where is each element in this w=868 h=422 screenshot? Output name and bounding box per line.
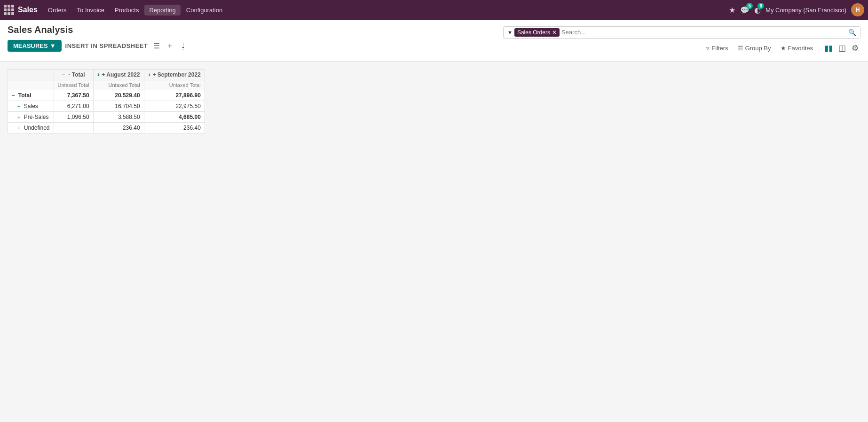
menu-configuration[interactable]: Configuration xyxy=(181,5,227,16)
row-undefined-expand-icon[interactable]: + xyxy=(17,125,20,131)
chat-icon[interactable]: 💬 5 xyxy=(740,6,750,15)
row-total-collapse-icon[interactable]: − xyxy=(12,93,15,98)
view-type-icons: ▮▮ ◫ ⚙ xyxy=(822,42,860,54)
search-tag-label: Sales Orders xyxy=(517,29,550,36)
row-undefined-val-0 xyxy=(54,123,93,133)
empty-corner xyxy=(8,70,54,80)
chart-view-icon[interactable]: ▮▮ xyxy=(822,42,835,54)
top-navigation: Sales Orders To Invoice Products Reporti… xyxy=(0,0,868,20)
insert-spreadsheet-button[interactable]: INSERT IN SPREADSHEET xyxy=(65,42,148,49)
main-content: − - Total + + August 2022 + + September … xyxy=(0,62,868,141)
search-magnify-icon[interactable]: 🔍 xyxy=(848,29,856,36)
row-presales-val-0: 1,096.50 xyxy=(54,112,93,123)
col-header-sep[interactable]: + + September 2022 xyxy=(144,70,205,80)
row-sales-val-0: 6,271.00 xyxy=(54,101,93,112)
app-brand[interactable]: Sales xyxy=(4,5,38,15)
search-input[interactable] xyxy=(561,29,848,36)
aug-expand-icon[interactable]: + xyxy=(97,72,100,78)
row-sales-val-1: 16,704.50 xyxy=(93,101,144,112)
sub-header-total: Untaxed Total xyxy=(54,80,93,90)
row-undefined-val-2: 236.40 xyxy=(144,123,205,133)
user-avatar[interactable]: H xyxy=(851,3,864,16)
row-label-total[interactable]: − Total xyxy=(8,90,54,101)
table-row: + Pre-Sales 1,096.50 3,588.50 4,685.00 xyxy=(8,112,205,123)
star-icon: ★ xyxy=(781,45,786,52)
filter-funnel-icon: ▿ xyxy=(706,45,710,52)
sep-expand-icon[interactable]: + xyxy=(148,72,151,78)
add-icon[interactable]: + xyxy=(166,41,174,51)
main-toolbar: MEASURES ▼ INSERT IN SPREADSHEET ☰ + ⭳ xyxy=(8,40,189,56)
apps-grid-icon[interactable] xyxy=(4,5,14,15)
main-menu: Orders To Invoice Products Reporting Con… xyxy=(43,5,227,16)
row-label-presales[interactable]: + Pre-Sales xyxy=(8,112,54,123)
measures-button[interactable]: MEASURES ▼ xyxy=(8,40,62,52)
search-tag-close-icon[interactable]: ✕ xyxy=(552,29,557,36)
row-sales-expand-icon[interactable]: + xyxy=(17,103,20,109)
row-presales-val-1: 3,588.50 xyxy=(93,112,144,123)
search-box[interactable]: ▼ Sales Orders ✕ 🔍 xyxy=(503,26,860,39)
menu-orders[interactable]: Orders xyxy=(43,5,71,16)
row-total-val-1: 20,529.40 xyxy=(93,90,144,101)
row-sales-val-2: 22,975.50 xyxy=(144,101,205,112)
download-icon[interactable]: ⭳ xyxy=(178,41,189,51)
row-total-val-2: 27,896.90 xyxy=(144,90,205,101)
menu-reporting[interactable]: Reporting xyxy=(144,5,180,16)
page-header: Sales Analysis ▼ Sales Orders ✕ 🔍 MEASUR… xyxy=(0,20,868,62)
row-presales-expand-icon[interactable]: + xyxy=(17,114,20,120)
sub-header-row: Untaxed Total Untaxed Total Untaxed Tota… xyxy=(8,80,205,90)
notification-bell-icon[interactable]: ★ xyxy=(729,6,735,15)
row-presales-val-2: 4,685.00 xyxy=(144,112,205,123)
menu-products[interactable]: Products xyxy=(110,5,143,16)
filters-button[interactable]: ▿ Filters xyxy=(702,43,732,54)
activity-badge: 6 xyxy=(758,3,764,9)
company-name[interactable]: My Company (San Francisco) xyxy=(765,7,846,14)
chat-badge: 5 xyxy=(746,3,753,9)
col-header-aug[interactable]: + + August 2022 xyxy=(93,70,144,80)
pivot-table: − - Total + + August 2022 + + September … xyxy=(8,69,205,133)
empty-sub-corner xyxy=(8,80,54,90)
row-total-val-0: 7,367.50 xyxy=(54,90,93,101)
filter-area: ▿ Filters ☰ Group By ★ Favorites xyxy=(702,43,817,54)
top-right-actions: ★ 💬 5 ◐ 6 My Company (San Francisco) H xyxy=(729,3,864,16)
groupby-icon: ☰ xyxy=(738,45,743,52)
row-undefined-val-1: 236.40 xyxy=(93,123,144,133)
group-by-button[interactable]: ☰ Group By xyxy=(734,43,775,54)
settings-icon[interactable]: ☰ xyxy=(151,40,162,51)
row-label-undefined[interactable]: + Undefined xyxy=(8,123,54,133)
sub-header-aug: Untaxed Total xyxy=(93,80,144,90)
table-row: − Total 7,367.50 20,529.40 27,896.90 xyxy=(8,90,205,101)
row-label-sales[interactable]: + Sales xyxy=(8,101,54,112)
sub-header-sep: Untaxed Total xyxy=(144,80,205,90)
activity-icon[interactable]: ◐ 6 xyxy=(754,6,761,15)
page-title: Sales Analysis xyxy=(8,24,73,35)
table-view-icon[interactable]: ◫ xyxy=(836,42,848,54)
column-header-row: − - Total + + August 2022 + + September … xyxy=(8,70,205,80)
pivot-view-icon[interactable]: ⚙ xyxy=(850,42,860,54)
table-row: + Sales 6,271.00 16,704.50 22,975.50 xyxy=(8,101,205,112)
measures-dropdown-icon: ▼ xyxy=(50,42,56,49)
table-row: + Undefined 236.40 236.40 xyxy=(8,123,205,133)
col-header-total[interactable]: − - Total xyxy=(54,70,93,80)
search-tag-sales-orders[interactable]: Sales Orders ✕ xyxy=(514,28,560,37)
favorites-button[interactable]: ★ Favorites xyxy=(777,43,817,54)
measures-label: MEASURES xyxy=(13,42,48,49)
total-collapse-icon[interactable]: − xyxy=(62,72,65,78)
app-title: Sales xyxy=(18,6,38,14)
menu-to-invoice[interactable]: To Invoice xyxy=(72,5,110,16)
